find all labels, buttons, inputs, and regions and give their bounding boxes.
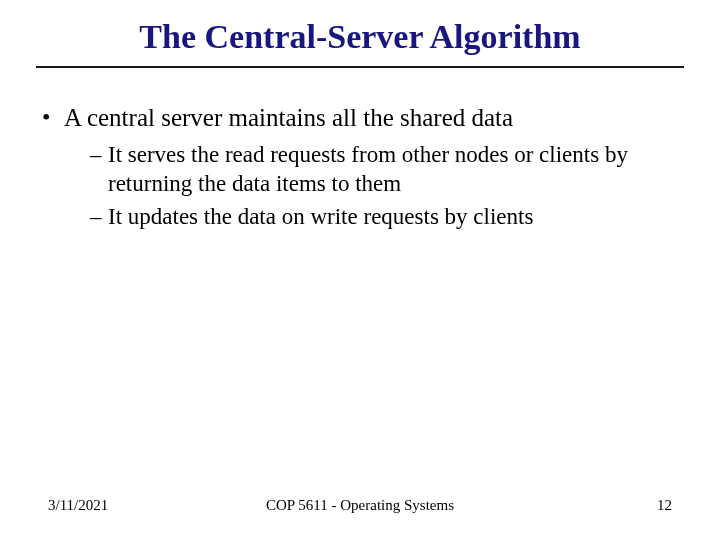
slide-content: A central server maintains all the share… — [36, 102, 684, 232]
sub-bullet-item: It updates the data on write requests by… — [90, 203, 684, 232]
sub-bullet-text: It updates the data on write requests by… — [108, 204, 533, 229]
title-divider — [36, 66, 684, 68]
slide: The Central-Server Algorithm A central s… — [0, 0, 720, 540]
footer-page-number: 12 — [657, 497, 672, 514]
bullet-item: A central server maintains all the share… — [36, 102, 684, 232]
sub-bullet-list: It serves the read requests from other n… — [64, 141, 684, 231]
slide-title: The Central-Server Algorithm — [36, 18, 684, 56]
bullet-text: A central server maintains all the share… — [64, 104, 513, 131]
sub-bullet-text: It serves the read requests from other n… — [108, 142, 628, 196]
sub-bullet-item: It serves the read requests from other n… — [90, 141, 684, 199]
slide-footer: 3/11/2021 COP 5611 - Operating Systems 1… — [0, 497, 720, 514]
footer-date: 3/11/2021 — [48, 497, 108, 514]
bullet-list: A central server maintains all the share… — [36, 102, 684, 232]
